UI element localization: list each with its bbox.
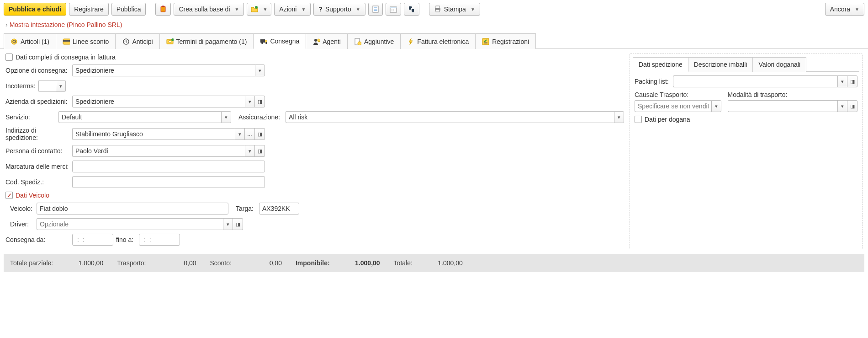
truck-icon	[260, 38, 267, 45]
packing-list-input[interactable]	[673, 75, 837, 87]
tab-payment-terms[interactable]: Termini di pagamento (1)	[159, 33, 254, 49]
show-header-label: Mostra intestazione (Pinco Pallino SRL)	[10, 21, 122, 28]
open-button[interactable]: ◨	[847, 100, 857, 112]
contact-person-label: Persona di contatto:	[5, 147, 69, 155]
calendar-button[interactable]	[386, 3, 401, 16]
tab-label: Articoli (1)	[21, 38, 49, 45]
actions-button[interactable]: Azioni▼	[274, 3, 311, 16]
transport-mode-input[interactable]	[728, 100, 837, 112]
printer-icon	[434, 5, 441, 13]
dropdown-button[interactable]: ▾	[56, 80, 66, 92]
card-icon	[63, 38, 70, 45]
vehicle-input[interactable]	[37, 203, 228, 215]
caret-icon: ▼	[235, 7, 239, 12]
tab-discount-lines[interactable]: Linee sconto	[56, 33, 116, 49]
publish-close-label: Pubblica e chiudi	[9, 5, 61, 13]
delivery-to-input[interactable]	[139, 234, 180, 246]
tab-einvoice[interactable]: Fattura elettronica	[400, 33, 476, 49]
more-label: Ancora	[830, 5, 850, 13]
dropdown-button[interactable]: ▾	[614, 111, 624, 123]
tab-agents[interactable]: Agenti	[306, 33, 348, 49]
tab-label: Linee sconto	[73, 38, 109, 45]
tab-delivery[interactable]: Consegna	[253, 33, 306, 49]
puzzle-button[interactable]	[404, 3, 419, 16]
tab-packaging-desc[interactable]: Descrizione imballi	[688, 57, 753, 72]
tab-advances[interactable]: Anticipi	[115, 33, 159, 49]
incoterms-input[interactable]	[38, 80, 56, 92]
svg-point-19	[169, 40, 171, 43]
tab-shipping-data[interactable]: Dati spedizione	[633, 57, 688, 72]
tab-label: Descrizione imballi	[694, 61, 747, 68]
dropdown-button[interactable]: ▾	[711, 100, 721, 112]
delivery-from-input[interactable]	[72, 234, 113, 246]
doc-gear-icon	[354, 38, 361, 45]
vehicle-section-toggle[interactable]: Dati Veicolo	[5, 192, 49, 199]
driver-input[interactable]	[37, 218, 223, 230]
list-check-icon	[482, 38, 489, 45]
service-input[interactable]	[58, 111, 221, 123]
tab-articles[interactable]: Articoli (1)	[4, 33, 56, 49]
tab-registrations[interactable]: Registrazioni	[475, 33, 536, 49]
total-value: 1.000,00	[431, 259, 463, 267]
open-button[interactable]: ◨	[255, 145, 265, 157]
goods-marking-input[interactable]	[72, 161, 265, 172]
open-button[interactable]: ◨	[255, 128, 265, 140]
ship-code-input[interactable]	[72, 176, 265, 188]
ellipsis-button[interactable]: …	[245, 128, 255, 140]
customs-data-checkbox[interactable]	[635, 116, 642, 123]
insurance-input[interactable]	[286, 111, 614, 123]
contact-person-input[interactable]	[72, 145, 245, 157]
dropdown-button[interactable]: ▾	[837, 100, 847, 112]
create-based-on-label: Crea sulla base di	[179, 5, 230, 13]
money-gear-icon	[166, 38, 174, 45]
folder-dropdown-button[interactable]: ▼	[247, 3, 271, 16]
dropdown-button[interactable]: ▾	[255, 64, 265, 76]
delivery-option-input[interactable]	[72, 64, 255, 76]
plate-input[interactable]	[259, 203, 299, 215]
delivery-form: Dati completi di consegna in fattura Opz…	[5, 54, 624, 249]
tab-label: Dati spedizione	[639, 61, 683, 68]
print-button[interactable]: Stampa▼	[429, 3, 480, 16]
tab-label: Aggiuntive	[364, 38, 394, 45]
register-button[interactable]: Registrare	[69, 3, 109, 16]
open-button[interactable]: ◨	[255, 96, 265, 107]
full-delivery-checkbox[interactable]	[5, 54, 13, 61]
create-based-on-button[interactable]: Crea sulla base di▼	[174, 3, 244, 16]
tab-customs-values[interactable]: Valori doganali	[752, 57, 806, 72]
publish-button[interactable]: Pubblica	[111, 3, 146, 16]
publish-close-button[interactable]: Pubblica e chiudi	[4, 3, 66, 16]
dropdown-button[interactable]: ▾	[245, 96, 255, 107]
svg-point-24	[314, 39, 317, 42]
show-header-link[interactable]: › Mostra intestazione (Pinco Pallino SRL…	[0, 18, 868, 31]
tab-label: Registrazioni	[492, 38, 529, 45]
transport-mode-label: Modalità di trasporto:	[728, 91, 857, 98]
incoterms-label: Incoterms:	[5, 82, 36, 90]
chevron-right-icon: ›	[5, 21, 8, 28]
taxable-label: Imponibile:	[296, 259, 348, 267]
transport-reason-input[interactable]	[635, 100, 711, 112]
support-label: Supporto	[325, 5, 351, 13]
open-button[interactable]: ◨	[233, 218, 243, 230]
support-button[interactable]: ?Supporto▼	[313, 3, 365, 16]
dropdown-button[interactable]: ▾	[223, 218, 233, 230]
lightning-icon	[407, 38, 414, 45]
more-button[interactable]: Ancora▼	[825, 3, 864, 16]
dropdown-button[interactable]: ▾	[245, 145, 255, 157]
svg-point-14	[11, 39, 17, 44]
help-icon: ?	[318, 5, 323, 13]
vehicle-checkbox[interactable]	[5, 192, 13, 199]
shipping-company-input[interactable]	[72, 96, 245, 107]
service-label: Servizio:	[5, 113, 56, 121]
open-button[interactable]: ◨	[847, 75, 857, 87]
dropdown-button[interactable]: ▾	[837, 75, 847, 87]
clipboard-button[interactable]	[155, 3, 171, 16]
shipping-address-input[interactable]	[72, 128, 235, 140]
tab-label: Fattura elettronica	[417, 38, 469, 45]
dropdown-button[interactable]: ▾	[221, 111, 231, 123]
register-label: Registrare	[74, 5, 104, 13]
main-tabs: Articoli (1) Linee sconto Anticipi Termi…	[0, 33, 868, 49]
dropdown-button[interactable]: ▾	[235, 128, 245, 140]
tab-additional[interactable]: Aggiuntive	[347, 33, 401, 49]
document-button[interactable]	[368, 3, 383, 16]
transport-value: 0,00	[164, 259, 196, 267]
